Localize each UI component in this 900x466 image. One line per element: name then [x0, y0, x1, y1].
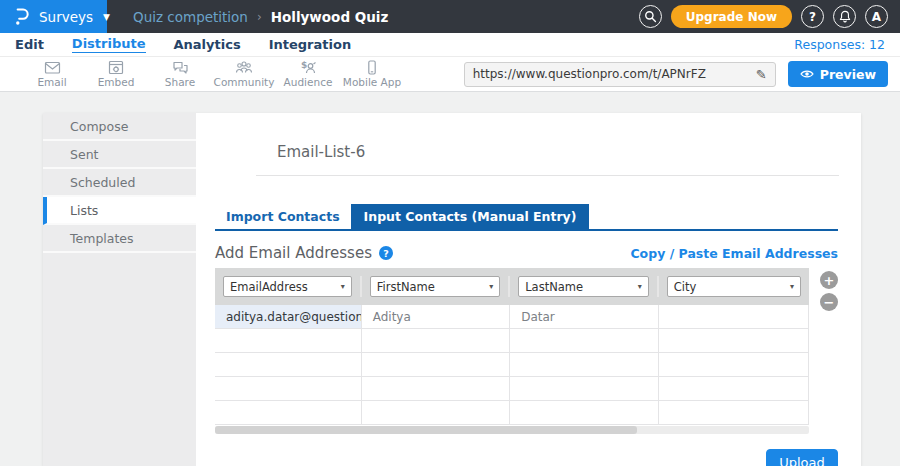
cell-email[interactable] [215, 329, 362, 352]
cell-lastname[interactable] [510, 377, 659, 400]
contacts-table-area: EmailAddress ▾ FirstName ▾ [215, 268, 838, 434]
toolbar-item-embed[interactable]: Embed [84, 60, 148, 88]
cell-email[interactable] [215, 401, 362, 424]
cell-firstname[interactable] [362, 329, 511, 352]
cell-firstname[interactable]: Aditya [362, 305, 511, 328]
add-row-button[interactable]: + [820, 271, 838, 289]
email-panel: Compose Sent Scheduled Lists Templates E… [43, 113, 861, 466]
cell-city[interactable] [659, 401, 809, 424]
cell-firstname[interactable] [362, 353, 511, 376]
nav-item-edit[interactable]: Edit [15, 37, 44, 52]
cell-lastname[interactable] [510, 329, 659, 352]
account-avatar[interactable]: A [865, 5, 888, 28]
responses-count[interactable]: Responses: 12 [794, 37, 885, 52]
cell-lastname[interactable]: Datar [510, 305, 659, 328]
chevron-down-icon: ▼ [103, 12, 110, 22]
list-detail-main: Email-List-6 Import Contacts Input Conta… [196, 113, 861, 466]
cell-city[interactable] [659, 353, 809, 376]
cell-email[interactable] [215, 353, 362, 376]
add-emails-title-group: Add Email Addresses ? [215, 244, 393, 262]
topbar-actions: Upgrade Now ? A [639, 5, 900, 28]
bell-icon [839, 10, 851, 23]
column-select-value: FirstName [377, 280, 435, 294]
column-select-firstname[interactable]: FirstName ▾ [370, 276, 501, 297]
add-emails-title: Add Email Addresses [215, 244, 372, 262]
toolbar-item-audience[interactable]: $ Audience [276, 60, 340, 88]
cell-email[interactable]: aditya.datar@questionpro.com [215, 305, 362, 328]
sidebar-item-scheduled[interactable]: Scheduled [43, 169, 196, 197]
breadcrumb: Quiz competition › Hollywood Quiz [133, 9, 388, 25]
svg-text:$: $ [301, 60, 307, 70]
copy-paste-link[interactable]: Copy / Paste Email Addresses [630, 246, 838, 261]
community-icon [235, 60, 253, 75]
table-row [215, 377, 809, 401]
horizontal-scrollbar-track[interactable] [215, 426, 809, 434]
survey-url-text: https://www.questionpro.com/t/APNrFZ [473, 67, 750, 81]
surveys-menu[interactable]: Surveys ▼ [0, 0, 107, 33]
column-header: FirstName ▾ [362, 276, 511, 297]
row-controls: + − [820, 268, 838, 434]
column-header: EmailAddress ▾ [215, 276, 362, 297]
upload-button[interactable]: Upload [766, 449, 838, 466]
horizontal-scrollbar-thumb[interactable] [215, 426, 637, 434]
list-title: Email-List-6 [196, 113, 861, 161]
surveys-menu-label: Surveys [39, 9, 93, 25]
cell-firstname[interactable] [362, 401, 511, 424]
toolbar-item-label: Share [165, 76, 195, 88]
toolbar-item-label: Mobile App [343, 76, 401, 88]
nav-item-integration[interactable]: Integration [269, 37, 351, 52]
toolbar-item-mobile-app[interactable]: Mobile App [340, 60, 404, 88]
edit-url-icon[interactable]: ✎ [756, 67, 767, 82]
list-content: Import Contacts Input Contacts (Manual E… [196, 176, 861, 466]
nav-item-distribute[interactable]: Distribute [72, 36, 146, 53]
cell-lastname[interactable] [510, 353, 659, 376]
share-icon [172, 60, 189, 75]
cell-city[interactable] [659, 329, 809, 352]
breadcrumb-parent[interactable]: Quiz competition [133, 9, 248, 25]
survey-url-field[interactable]: https://www.questionpro.com/t/APNrFZ ✎ [464, 62, 776, 87]
cell-city[interactable] [659, 377, 809, 400]
cell-city[interactable] [659, 305, 809, 328]
toolbar-item-label: Email [37, 76, 66, 88]
toolbar-item-label: Community [214, 76, 275, 88]
nav-item-analytics[interactable]: Analytics [174, 37, 241, 52]
distribute-toolbar: Email Embed Share Community $ [0, 57, 900, 92]
embed-icon [108, 60, 124, 75]
search-button[interactable] [639, 5, 662, 28]
column-select-lastname[interactable]: LastName ▾ [518, 276, 649, 297]
sidebar-item-sent[interactable]: Sent [43, 141, 196, 169]
table-row [215, 353, 809, 377]
cell-email[interactable] [215, 377, 362, 400]
upgrade-now-button[interactable]: Upgrade Now [671, 5, 792, 28]
breadcrumb-separator: › [257, 10, 262, 24]
toolbar-item-share[interactable]: Share [148, 60, 212, 88]
notifications-button[interactable] [833, 5, 856, 28]
eye-icon [800, 69, 814, 79]
toolbar-item-community[interactable]: Community [212, 60, 276, 88]
toolbar-item-label: Embed [98, 76, 135, 88]
sidebar-item-templates[interactable]: Templates [43, 225, 196, 253]
contacts-grid: EmailAddress ▾ FirstName ▾ [215, 268, 809, 434]
help-badge-icon[interactable]: ? [379, 246, 393, 260]
column-select-email[interactable]: EmailAddress ▾ [223, 276, 352, 297]
toolbar-item-email[interactable]: Email [20, 60, 84, 88]
tab-import-contacts[interactable]: Import Contacts [215, 204, 351, 229]
help-button[interactable]: ? [801, 5, 824, 28]
column-select-value: LastName [525, 280, 583, 294]
tab-input-contacts-manual[interactable]: Input Contacts (Manual Entry) [351, 204, 590, 229]
sidebar-item-compose[interactable]: Compose [43, 113, 196, 141]
cell-firstname[interactable] [362, 377, 511, 400]
survey-nav-bar: Edit Distribute Analytics Integration Re… [0, 33, 900, 57]
sidebar-item-lists[interactable]: Lists [43, 197, 196, 225]
page-background: Compose Sent Scheduled Lists Templates E… [0, 92, 900, 466]
email-sidebar: Compose Sent Scheduled Lists Templates [43, 113, 196, 466]
column-select-city[interactable]: City ▾ [667, 276, 801, 297]
add-emails-header: Add Email Addresses ? Copy / Paste Email… [215, 244, 838, 262]
mobile-app-icon [364, 60, 380, 75]
remove-row-button[interactable]: − [820, 293, 838, 311]
table-row [215, 401, 809, 425]
preview-button[interactable]: Preview [788, 61, 888, 87]
cell-lastname[interactable] [510, 401, 659, 424]
table-row [215, 329, 809, 353]
chevron-down-icon: ▾ [341, 282, 345, 291]
